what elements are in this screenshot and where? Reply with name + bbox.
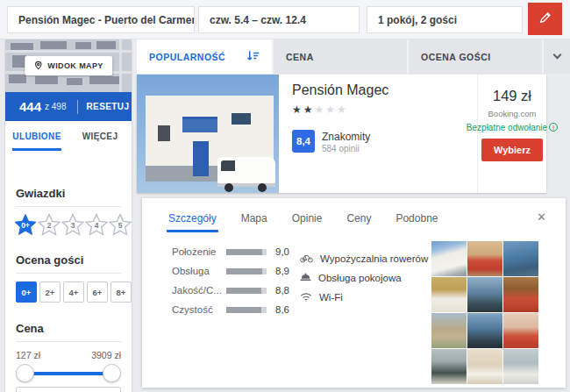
sort-desc-icon bbox=[246, 50, 260, 63]
dates-input[interactable]: czw. 5.4 – czw. 12.4 bbox=[198, 6, 360, 33]
star-filter-5[interactable]: 5 bbox=[109, 213, 132, 237]
amenity-room-service: Obsługa pokojowa bbox=[300, 268, 428, 288]
photo-thumbnail[interactable] bbox=[467, 313, 502, 348]
location-pin-icon bbox=[33, 61, 43, 72]
reset-filters-button[interactable]: RESETUJ bbox=[87, 102, 130, 111]
rating-bar bbox=[226, 268, 267, 274]
star-filter: 0+ 2 3 4 5 bbox=[14, 213, 132, 237]
price-section-title: Cena bbox=[16, 322, 44, 335]
price-mode-dropdown[interactable]: Za noc + podatki i op... bbox=[16, 387, 121, 392]
sort-tab-price[interactable]: CENA bbox=[274, 39, 407, 74]
sidebar-tabs: ULUBIONE WIĘCEJ bbox=[5, 121, 132, 151]
rating-filter-6plus[interactable]: 6+ bbox=[87, 282, 108, 303]
rating-row-service: Obsługa 8,9 bbox=[172, 261, 289, 281]
guest-rating-filter: 0+ 2+ 4+ 6+ 8+ bbox=[16, 282, 132, 303]
hotel-name: Pensión Magec bbox=[292, 82, 388, 98]
map-road bbox=[5, 50, 132, 53]
price-slider-handle-max[interactable] bbox=[103, 364, 121, 382]
close-icon[interactable]: ✕ bbox=[537, 210, 546, 224]
photo-thumbnail[interactable] bbox=[503, 277, 538, 312]
guests-input[interactable]: 1 pokój, 2 gości bbox=[367, 6, 523, 33]
chevron-down-icon bbox=[552, 51, 561, 60]
star-filter-2[interactable]: 2 bbox=[38, 213, 61, 237]
destination-input[interactable]: Pensión Magec - Puerto del Carmen, Hiszp… bbox=[7, 6, 195, 33]
map-building bbox=[35, 76, 58, 84]
price-provider: Booking.com bbox=[478, 109, 546, 118]
photo-thumbnail[interactable] bbox=[503, 241, 538, 276]
guest-rating-section-title: Ocena gości bbox=[16, 253, 83, 267]
sort-tab-popularity[interactable]: POPULARNOŚĆ bbox=[137, 39, 272, 74]
map-view-button[interactable]: WIDOK MAPY bbox=[25, 56, 112, 75]
map-building bbox=[96, 41, 116, 49]
photo-thumbnail[interactable] bbox=[431, 241, 467, 276]
rating-bar bbox=[226, 307, 267, 313]
photo-door bbox=[193, 141, 209, 176]
filters-sidebar: WIDOK MAPY 444 z 498 RESETUJ ULUBIONE WI… bbox=[5, 39, 132, 392]
photo-thumbnail[interactable] bbox=[431, 277, 467, 312]
results-total: z 498 bbox=[45, 102, 66, 111]
details-tab-similar[interactable]: Podobne bbox=[394, 207, 439, 232]
photo-thumbnail[interactable] bbox=[431, 313, 467, 348]
details-tab-map[interactable]: Mapa bbox=[239, 207, 269, 232]
results-bar: 444 z 498 RESETUJ bbox=[5, 92, 132, 121]
price-slider-handle-min[interactable] bbox=[16, 364, 34, 382]
divider bbox=[16, 273, 121, 274]
sort-tab-guest-rating[interactable]: OCENA GOŚCI bbox=[409, 39, 542, 74]
star-filter-0plus[interactable]: 0+ bbox=[14, 213, 37, 237]
category-ratings: Położenie 9,0 Obsługa 8,9 Jakość/C... 8,… bbox=[172, 242, 289, 319]
map-preview[interactable]: WIDOK MAPY bbox=[5, 39, 132, 92]
bell-icon bbox=[300, 273, 311, 284]
photo-thumbnail[interactable] bbox=[467, 277, 502, 312]
price-min-label: 127 zł bbox=[16, 350, 40, 360]
rating-bar bbox=[226, 288, 267, 294]
rating-filter-8plus[interactable]: 8+ bbox=[110, 282, 132, 303]
details-tab-reviews[interactable]: Opinie bbox=[290, 207, 324, 232]
photo-thumbnail[interactable] bbox=[467, 241, 502, 276]
rating-row-cleanliness: Czystość 8,6 bbox=[172, 300, 289, 319]
star-filter-3[interactable]: 3 bbox=[61, 213, 84, 237]
rating-filter-4plus[interactable]: 4+ bbox=[63, 282, 84, 303]
details-tab-prices[interactable]: Ceny bbox=[345, 207, 373, 232]
photo-gallery bbox=[431, 241, 541, 384]
free-cancellation-link[interactable]: Bezpłatne odwołaniei bbox=[461, 123, 563, 132]
divider bbox=[16, 341, 121, 342]
rating-label: Znakomity bbox=[322, 131, 370, 143]
rating-row-quality: Jakość/C... 8,8 bbox=[172, 281, 289, 300]
wifi-icon bbox=[300, 292, 312, 303]
amenity-wifi: Wi-Fi bbox=[300, 288, 428, 307]
map-building bbox=[9, 75, 26, 83]
amenities-list: Wypożyczalnia rowerów Obsługa pokojowa W… bbox=[300, 249, 428, 307]
map-building bbox=[75, 42, 91, 49]
more-sort-options-button[interactable] bbox=[544, 39, 570, 74]
hotel-card[interactable]: Pensión Magec ★★★★★ 8,4 Znakomity 584 op… bbox=[137, 75, 546, 193]
map-building bbox=[40, 41, 67, 49]
price-slider bbox=[16, 364, 121, 383]
photo-thumbnail[interactable] bbox=[467, 349, 502, 384]
photo-van-windshield bbox=[221, 160, 235, 171]
star-filter-4[interactable]: 4 bbox=[85, 213, 108, 237]
photo-thumbnail[interactable] bbox=[431, 349, 467, 384]
search-header: Pensión Magec - Puerto del Carmen, Hiszp… bbox=[0, 0, 570, 39]
stars-section-title: Gwiazdki bbox=[16, 187, 65, 200]
hotel-main-photo[interactable] bbox=[137, 75, 279, 193]
bike-icon bbox=[300, 253, 313, 265]
rating-bar bbox=[226, 249, 267, 255]
rating-score-badge: 8,4 bbox=[292, 130, 315, 153]
map-building bbox=[11, 43, 33, 50]
hotel-price: 149 zł bbox=[478, 88, 546, 104]
tab-favorites[interactable]: ULUBIONE bbox=[5, 121, 68, 151]
price-range-labels: 127 zł 3909 zł bbox=[16, 350, 121, 360]
rating-filter-2plus[interactable]: 2+ bbox=[39, 282, 61, 303]
photo-van-wheel bbox=[258, 183, 267, 192]
details-tab-details[interactable]: Szczegóły bbox=[167, 207, 218, 232]
tab-more[interactable]: WIĘCEJ bbox=[68, 121, 132, 151]
photo-balcony bbox=[182, 117, 217, 132]
edit-search-button[interactable] bbox=[528, 3, 562, 35]
rating-filter-0plus[interactable]: 0+ bbox=[16, 282, 37, 303]
photo-thumbnail[interactable] bbox=[503, 313, 538, 348]
photo-thumbnail[interactable] bbox=[503, 349, 538, 384]
rating-row-location: Położenie 9,0 bbox=[172, 242, 289, 261]
select-deal-button[interactable]: Wybierz bbox=[481, 139, 543, 161]
reviews-count: 584 opinii bbox=[322, 144, 360, 153]
pencil-icon bbox=[538, 11, 552, 27]
